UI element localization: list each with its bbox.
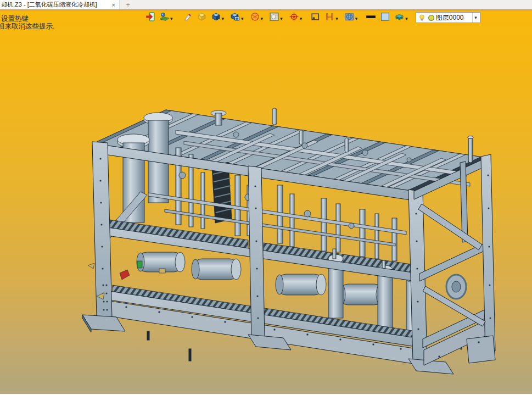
exit-icon [145,12,155,24]
datum-target-button[interactable]: ▾ [288,12,304,24]
target-crosshair-icon [289,12,299,24]
measure-button[interactable]: ▾ [324,12,339,24]
combo-dropdown-caret-icon[interactable]: ▾ [472,13,479,23]
document-tab-title: 却机.Z3 - [二氧化碳压缩液化冷却机] [1,1,110,9]
dropdown-caret-icon[interactable]: ▾ [170,16,173,21]
layer-combo-value: 图层0000 [436,13,472,23]
cube-display-icon [230,12,240,24]
material-box-button[interactable] [196,12,208,24]
hint-line-1: 设置热键 [1,15,54,23]
web-globe-button[interactable]: ▾ [344,12,359,24]
layer-color-circle-icon[interactable] [427,14,435,22]
dropdown-caret-icon[interactable]: ▾ [280,16,283,21]
render-mode-button[interactable]: ▾ [159,12,174,24]
document-tab[interactable]: 却机.Z3 - [二氧化碳压缩液化冷却机] × [0,0,120,9]
zoom-window-icon [310,12,321,24]
hint-text: 设置热键 钮来取消这些提示. [1,15,54,30]
measure-icon [324,12,335,24]
render-image-button[interactable]: ▾ [268,12,284,24]
dropdown-caret-icon[interactable]: ▾ [261,16,264,21]
layers-button[interactable]: ▾ [394,12,409,24]
bulb-icon[interactable] [418,14,426,22]
horizontal-vessel [276,274,326,295]
model-3d-skid[interactable] [0,10,532,394]
line-thickness-icon [366,12,376,24]
render-mode-icon [159,12,170,24]
dropdown-caret-icon[interactable]: ▾ [405,16,408,21]
vertical-separator [328,249,343,318]
exit-environment-button[interactable] [144,12,156,24]
brush-appearance-button[interactable] [182,12,193,24]
dropdown-caret-icon[interactable]: ▾ [300,16,303,21]
layer-combobox[interactable]: 图层0000 ▾ [416,12,480,23]
blue-cube-icon [211,12,221,24]
wireframe-sphere-icon [250,12,260,24]
layers-stack-icon [394,12,405,24]
horizontal-vessel [192,259,241,280]
image-frame-icon [269,12,279,24]
tab-bar: 却机.Z3 - [二氧化碳压缩液化冷却机] × + [0,0,532,10]
color-swatch-icon [380,12,390,24]
hint-line-2: 钮来取消这些提示. [0,23,54,30]
cad-viewport[interactable]: 设置热键 钮来取消这些提示. ▾ [0,10,532,394]
globe-icon [344,12,355,24]
dropdown-caret-icon[interactable]: ▾ [222,16,225,21]
yellow-box-icon [197,12,207,24]
line-thickness-button[interactable] [365,12,377,24]
tab-close-icon[interactable]: × [110,2,117,8]
dropdown-caret-icon[interactable]: ▾ [355,16,358,21]
wireframe-button[interactable]: ▾ [249,12,265,24]
pen-icon [182,12,193,24]
dropdown-caret-icon[interactable]: ▾ [335,16,338,21]
display-style-button[interactable]: ▾ [229,12,245,24]
dropdown-caret-icon[interactable]: ▾ [241,16,244,21]
shaded-view-button[interactable]: ▾ [210,12,226,24]
zoom-window-button[interactable] [310,12,321,24]
view-toolbar: ▾ ▾ [144,11,480,24]
new-tab-button[interactable]: + [120,0,136,9]
color-swatch-button[interactable] [379,12,391,24]
